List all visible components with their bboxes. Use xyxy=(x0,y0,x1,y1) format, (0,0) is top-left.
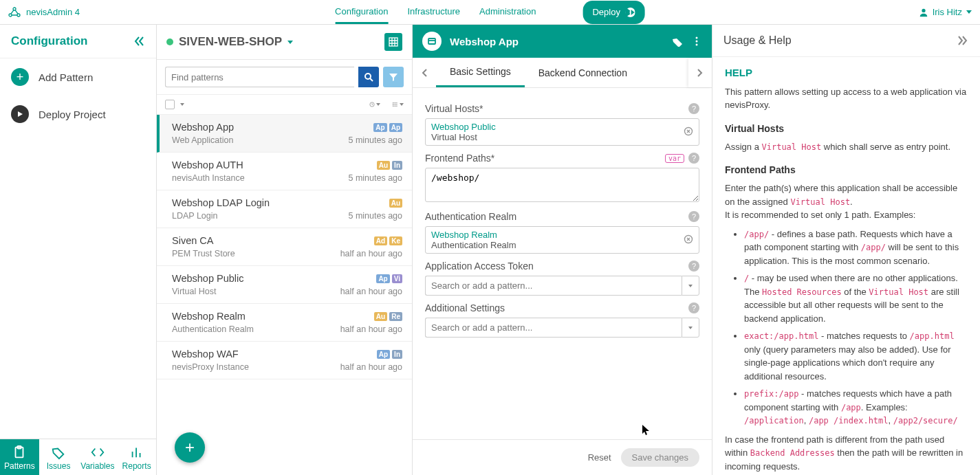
form-body: Virtual Hosts* ? Webshop Public Virtual … xyxy=(413,88,712,439)
app-token-input[interactable] xyxy=(425,276,682,296)
sidebar-add-pattern-label: Add Pattern xyxy=(39,71,93,83)
sidebar-header: Configuration xyxy=(0,25,156,58)
pattern-search-input[interactable] xyxy=(165,67,354,87)
footer-patterns-label: Patterns xyxy=(4,461,35,471)
help-heading: HELP xyxy=(725,65,968,81)
play-icon xyxy=(11,105,29,123)
pattern-item[interactable]: Siven CAAdKe PEM Trust Storehalf an hour… xyxy=(157,228,412,266)
pattern-time: half an hour ago xyxy=(340,362,402,372)
help-tail1: In case the frontend path is different f… xyxy=(725,433,968,474)
badge: Au xyxy=(374,312,387,321)
user-menu[interactable]: Iris Hitz xyxy=(919,7,972,17)
additional-combo[interactable] xyxy=(425,318,699,338)
additional-input[interactable] xyxy=(425,318,682,338)
help-icon[interactable]: ? xyxy=(688,103,699,114)
help-li: exact:/app.html - matches requests to /a… xyxy=(744,329,968,383)
project-name: SIVEN-WEB-SHOP xyxy=(179,35,282,49)
var-chip[interactable]: var xyxy=(665,154,684,163)
svg-point-2 xyxy=(17,14,20,16)
tag-icon xyxy=(51,445,66,460)
footer-variables[interactable]: Variables xyxy=(78,439,118,475)
help-body: HELP This pattern allows setting up acce… xyxy=(712,57,980,475)
code-icon xyxy=(90,445,105,460)
c: /app /index.html xyxy=(809,416,889,426)
sort-clock-button[interactable] xyxy=(369,99,380,110)
t: . xyxy=(850,197,853,207)
help-icon[interactable]: ? xyxy=(688,211,699,222)
sidebar-deploy-project[interactable]: Deploy Project xyxy=(0,96,156,133)
pattern-item[interactable]: Webshop LDAP LoginAu LDAP Login5 minutes… xyxy=(157,190,412,228)
app-token-combo[interactable] xyxy=(425,276,699,296)
search-button[interactable] xyxy=(358,67,379,87)
virtual-hosts-field[interactable]: Webshop Public Virtual Host xyxy=(425,118,699,146)
help-icon[interactable]: ? xyxy=(688,302,699,313)
list-icon xyxy=(393,100,398,109)
save-button[interactable]: Save changes xyxy=(621,448,699,467)
select-all-checkbox[interactable] xyxy=(165,100,175,109)
nav-configuration[interactable]: Configuration xyxy=(335,1,388,24)
nav-deploy-button[interactable]: Deploy xyxy=(582,1,644,24)
dropdown-button[interactable] xyxy=(682,318,699,338)
tab-backend-connection[interactable]: Backend Connection xyxy=(525,59,641,87)
badge: In xyxy=(392,350,402,359)
svg-point-10 xyxy=(393,104,393,105)
clear-icon[interactable] xyxy=(684,234,695,245)
clear-icon[interactable] xyxy=(684,126,695,137)
collapse-help-icon[interactable] xyxy=(957,34,969,47)
pattern-title: Webshop Realm xyxy=(172,311,246,322)
help-icon[interactable]: ? xyxy=(688,153,699,164)
app-logo[interactable]: nevisAdmin 4 xyxy=(8,7,80,18)
collapse-sidebar-icon[interactable] xyxy=(133,35,145,47)
footer-patterns[interactable]: Patterns xyxy=(0,439,39,475)
footer-reports-label: Reports xyxy=(122,461,151,471)
label-auth-realm-text: Authentication Realm xyxy=(425,211,516,222)
nav-administration[interactable]: Administration xyxy=(479,1,536,24)
frontend-paths-input[interactable] xyxy=(425,168,699,202)
sidebar-footer-tabs: Patterns Issues Variables Reports xyxy=(0,439,156,475)
pattern-item[interactable]: Webshop AppApAp Web Application5 minutes… xyxy=(157,115,412,153)
plus-icon: + xyxy=(11,68,29,86)
help-intro: This pattern allows setting up access to… xyxy=(725,85,968,112)
footer-issues[interactable]: Issues xyxy=(39,439,78,475)
more-icon[interactable] xyxy=(691,36,702,47)
reset-button[interactable]: Reset xyxy=(588,448,611,467)
sidebar-add-pattern[interactable]: + Add Pattern xyxy=(0,58,156,96)
form-title: Webshop App xyxy=(450,36,519,47)
nav-infrastructure[interactable]: Infrastructure xyxy=(407,1,460,24)
c: /app/ xyxy=(744,230,769,239)
c: /application xyxy=(744,416,804,426)
pattern-item[interactable]: Webshop WAFApIn nevisProxy Instancehalf … xyxy=(157,342,412,379)
dropdown-button[interactable] xyxy=(682,276,699,296)
pattern-item[interactable]: Webshop RealmAuRe Authentication Realmha… xyxy=(157,304,412,342)
pattern-title: Webshop AUTH xyxy=(172,159,243,170)
auth-realm-field[interactable]: Webshop Realm Authentication Realm xyxy=(425,226,699,254)
pattern-item[interactable]: Webshop PublicApVi Virtual Hosthalf an h… xyxy=(157,266,412,304)
svg-point-1 xyxy=(9,14,12,16)
badge: Au xyxy=(389,199,402,208)
view-button[interactable] xyxy=(393,99,404,110)
select-menu-caret[interactable] xyxy=(180,103,184,106)
svg-point-13 xyxy=(696,37,698,39)
t: of the xyxy=(842,287,869,297)
badge: Au xyxy=(377,161,390,170)
pattern-time: 5 minutes ago xyxy=(348,211,402,221)
fab-add-pattern[interactable]: + xyxy=(175,432,205,463)
vhost-ref: Webshop Public xyxy=(431,122,693,132)
footer-reports[interactable]: Reports xyxy=(117,439,156,475)
project-header[interactable]: SIVEN-WEB-SHOP xyxy=(157,25,412,60)
tab-scroll-left[interactable] xyxy=(413,58,436,87)
tag-icon[interactable] xyxy=(672,36,683,47)
c: /app xyxy=(841,403,861,412)
badge: In xyxy=(392,161,402,170)
tab-scroll-right[interactable] xyxy=(688,58,712,87)
t: - matches requests to xyxy=(818,331,909,341)
pattern-title: Webshop App xyxy=(172,122,234,133)
pattern-time: 5 minutes ago xyxy=(348,135,402,145)
c: /app/ xyxy=(861,243,886,252)
pattern-item[interactable]: Webshop AUTHAuIn nevisAuth Instance5 min… xyxy=(157,153,412,190)
filter-button[interactable] xyxy=(383,67,404,87)
t: Assign a xyxy=(725,142,761,152)
grid-view-button[interactable] xyxy=(384,33,402,51)
tab-basic-settings[interactable]: Basic Settings xyxy=(436,58,525,87)
help-icon[interactable]: ? xyxy=(688,261,699,272)
